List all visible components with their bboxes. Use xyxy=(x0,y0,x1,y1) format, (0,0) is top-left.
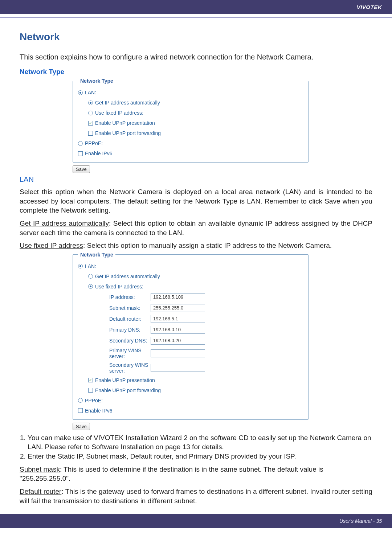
secondary-dns-input[interactable] xyxy=(151,337,205,345)
default-router-input[interactable] xyxy=(151,315,205,323)
page-footer: User's Manual - 35 xyxy=(0,514,392,528)
enable-upnp-fwd-row[interactable]: Enable UPnP port forwarding xyxy=(78,385,303,395)
use-fixed-ip-label: Use fixed IP address: xyxy=(95,110,143,116)
checkbox-icon xyxy=(88,388,93,393)
checkbox-checked-icon xyxy=(88,121,93,126)
pppoe-label: PPPoE: xyxy=(85,398,103,403)
checkbox-icon xyxy=(78,408,83,413)
get-ip-auto-radio-row[interactable]: Get IP address automatically xyxy=(78,98,303,108)
enable-ipv6-row[interactable]: Enable IPv6 xyxy=(78,148,303,159)
radio-selected-icon xyxy=(88,284,93,289)
use-fixed-ip-radio-row[interactable]: Use fixed IP address: xyxy=(78,108,303,118)
enable-upnp-fwd-label: Enable UPnP port forwarding xyxy=(95,387,161,393)
fieldset-legend: Network Type xyxy=(78,252,115,258)
secondary-dns-row: Secondary DNS: xyxy=(78,335,303,346)
numbered-list: You can make use of VIVOTEK Installation… xyxy=(28,433,372,461)
lan-paragraph: Select this option when the Network Came… xyxy=(20,187,372,215)
primary-wins-input[interactable] xyxy=(151,349,205,357)
radio-empty-icon xyxy=(78,141,83,146)
radio-selected-icon xyxy=(78,90,83,95)
enable-ipv6-label: Enable IPv6 xyxy=(85,151,113,156)
radio-selected-icon xyxy=(78,264,83,268)
lan-radio-row[interactable]: LAN: xyxy=(78,261,303,271)
default-router-label: Default router: xyxy=(78,316,151,322)
page-content: Network This section explains how to con… xyxy=(0,18,392,505)
section-title: Network xyxy=(20,31,372,43)
checkbox-checked-icon xyxy=(88,378,93,382)
pppoe-radio-row[interactable]: PPPoE: xyxy=(78,395,303,406)
ip-address-row: IP address: xyxy=(78,292,303,303)
radio-empty-icon xyxy=(88,111,93,115)
primary-wins-label: Primary WINS server: xyxy=(78,348,151,359)
enable-upnp-pres-row[interactable]: Enable UPnP presentation xyxy=(78,375,303,385)
list-item: You can make use of VIVOTEK Installation… xyxy=(28,433,372,452)
network-type-fieldset-2: Network Type LAN: Get IP address automat… xyxy=(73,252,309,420)
get-ip-auto-paragraph: Get IP address automatically: Select thi… xyxy=(20,219,372,237)
save-button[interactable]: Save xyxy=(73,165,90,173)
secondary-wins-input[interactable] xyxy=(151,364,205,372)
network-type-heading: Network Type xyxy=(20,68,372,76)
save-button[interactable]: Save xyxy=(73,423,90,430)
lan-label: LAN: xyxy=(85,90,96,95)
enable-ipv6-row[interactable]: Enable IPv6 xyxy=(78,406,303,416)
get-ip-auto-label: Get IP address automatically xyxy=(95,100,160,106)
secondary-wins-label: Secondary WINS server: xyxy=(78,362,151,374)
get-ip-auto-term: Get IP address automatically xyxy=(20,219,109,227)
use-fixed-ip-term: Use fixed IP address xyxy=(20,242,83,249)
page-header: VIVOTEK xyxy=(0,0,392,14)
network-type-fieldset-1: Network Type LAN: Get IP address automat… xyxy=(73,78,309,163)
enable-upnp-fwd-label: Enable UPnP port forwarding xyxy=(95,130,161,136)
lan-radio-row[interactable]: LAN: xyxy=(78,87,303,98)
enable-upnp-pres-row[interactable]: Enable UPnP presentation xyxy=(78,118,303,128)
default-router-term: Default router xyxy=(20,488,61,495)
primary-dns-row: Primary DNS: xyxy=(78,324,303,335)
footer-text: User's Manual - 35 xyxy=(339,518,382,524)
use-fixed-ip-label: Use fixed IP address: xyxy=(95,284,143,290)
brand-text: VIVOTEK xyxy=(357,4,382,10)
radio-empty-icon xyxy=(88,274,93,279)
enable-upnp-pres-label: Enable UPnP presentation xyxy=(95,120,155,126)
secondary-dns-label: Secondary DNS: xyxy=(78,338,151,344)
intro-paragraph: This section explains how to configure a… xyxy=(20,53,372,61)
use-fixed-ip-paragraph: Use fixed IP address: Select this option… xyxy=(20,241,372,250)
pppoe-label: PPPoE: xyxy=(85,140,103,146)
lan-label: LAN: xyxy=(85,263,96,269)
default-router-paragraph: Default router: This is the gateway used… xyxy=(20,487,372,505)
list-item: Enter the Static IP, Subnet mask, Defaul… xyxy=(28,452,372,461)
subnet-mask-row: Subnet mask: xyxy=(78,303,303,313)
get-ip-auto-label: Get IP address automatically xyxy=(95,274,160,279)
checkbox-icon xyxy=(88,131,93,136)
enable-upnp-fwd-row[interactable]: Enable UPnP port forwarding xyxy=(78,128,303,138)
primary-dns-input[interactable] xyxy=(151,326,205,334)
checkbox-icon xyxy=(78,151,83,156)
default-router-row: Default router: xyxy=(78,313,303,324)
fieldset-legend: Network Type xyxy=(78,78,115,84)
get-ip-auto-radio-row[interactable]: Get IP address automatically xyxy=(78,271,303,282)
subnet-mask-paragraph: Subnet mask: This is used to determine i… xyxy=(20,465,372,483)
use-fixed-ip-radio-row[interactable]: Use fixed IP address: xyxy=(78,282,303,292)
subnet-mask-label: Subnet mask: xyxy=(78,305,151,311)
radio-selected-icon xyxy=(88,100,93,105)
pppoe-radio-row[interactable]: PPPoE: xyxy=(78,138,303,148)
enable-ipv6-label: Enable IPv6 xyxy=(85,408,113,414)
radio-empty-icon xyxy=(78,398,83,403)
subnet-mask-term: Subnet mask xyxy=(20,465,60,473)
subnet-mask-input[interactable] xyxy=(151,304,205,312)
ip-address-label: IP address: xyxy=(78,294,151,300)
primary-wins-row: Primary WINS server: xyxy=(78,346,303,361)
enable-upnp-pres-label: Enable UPnP presentation xyxy=(95,377,155,383)
secondary-wins-row: Secondary WINS server: xyxy=(78,361,303,375)
ip-address-input[interactable] xyxy=(151,293,205,301)
lan-subheading: LAN xyxy=(20,175,372,184)
primary-dns-label: Primary DNS: xyxy=(78,327,151,333)
